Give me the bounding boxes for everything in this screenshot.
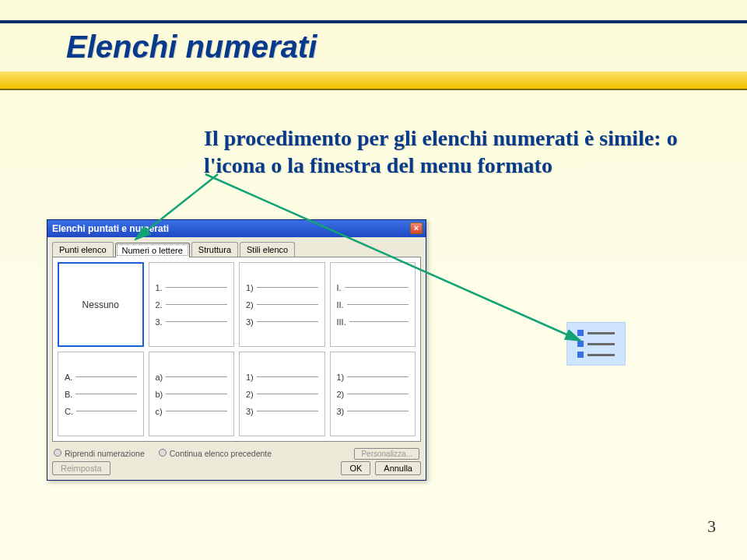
radio-restart[interactable]: Riprendi numerazione bbox=[54, 449, 145, 458]
num-label: II. bbox=[337, 300, 344, 310]
cancel-button[interactable]: Annulla bbox=[375, 461, 421, 475]
option-decimal-paren-c[interactable]: 1) 2) 3) bbox=[330, 352, 416, 436]
num-label: a) bbox=[156, 373, 163, 382]
num-label: 3) bbox=[246, 407, 254, 416]
radio-continue[interactable]: Continua elenco precedente bbox=[159, 449, 272, 458]
num-label: A. bbox=[65, 373, 72, 382]
dialog-button-row: Reimposta OK Annulla bbox=[52, 461, 421, 475]
num-label: 3) bbox=[246, 317, 254, 327]
tab-bullets[interactable]: Punti elenco bbox=[52, 242, 114, 257]
tab-list-styles[interactable]: Stili elenco bbox=[240, 242, 295, 257]
number-style-grid: Nessuno 1. 2. 3. 1) 2) 3) I. II. III. A.… bbox=[58, 262, 416, 436]
bullets-numbering-dialog: Elenchi puntati e numerati × Punti elenc… bbox=[47, 219, 426, 481]
slide-title: Elenchi numerati bbox=[66, 30, 317, 65]
tab-numbers[interactable]: Numeri o lettere bbox=[115, 243, 190, 257]
num-label: 3) bbox=[337, 407, 345, 416]
option-none[interactable]: Nessuno bbox=[58, 262, 144, 347]
num-label: 1. bbox=[156, 283, 163, 292]
dialog-titlebar[interactable]: Elenchi puntati e numerati × bbox=[47, 220, 426, 237]
slide-body: Il procedimento per gli elenchi numerati… bbox=[204, 124, 702, 179]
num-label: 2. bbox=[156, 300, 163, 310]
customize-button[interactable]: Personalizza... bbox=[354, 448, 419, 460]
dialog-options-row: Riprendi numerazione Continua elenco pre… bbox=[47, 445, 426, 462]
option-upper-alpha[interactable]: A. B. C. bbox=[58, 352, 144, 436]
close-icon[interactable]: × bbox=[410, 222, 423, 234]
num-label: III. bbox=[337, 317, 346, 327]
num-label: b) bbox=[156, 390, 163, 399]
reset-button[interactable]: Reimposta bbox=[52, 461, 110, 475]
rule-gold bbox=[0, 72, 747, 89]
num-label: 2) bbox=[337, 390, 345, 399]
num-label: c) bbox=[156, 407, 163, 416]
num-label: 1) bbox=[246, 283, 254, 292]
option-roman[interactable]: I. II. III. bbox=[330, 262, 416, 347]
option-decimal-period[interactable]: 1. 2. 3. bbox=[149, 262, 235, 347]
option-decimal-paren[interactable]: 1) 2) 3) bbox=[239, 262, 325, 347]
numbered-list-icon[interactable] bbox=[566, 322, 626, 366]
dialog-tabs: Punti elenco Numeri o lettere Struttura … bbox=[47, 237, 426, 257]
dialog-title: Elenchi puntati e numerati bbox=[52, 223, 169, 234]
num-label: 1) bbox=[246, 373, 254, 382]
num-label: 2) bbox=[246, 300, 254, 310]
tab-outline[interactable]: Struttura bbox=[191, 242, 238, 257]
option-decimal-paren-b[interactable]: 1) 2) 3) bbox=[239, 352, 325, 436]
page-number: 3 bbox=[707, 516, 716, 537]
dialog-panel: Nessuno 1. 2. 3. 1) 2) 3) I. II. III. A.… bbox=[52, 257, 421, 442]
rule-top-dark bbox=[0, 20, 747, 23]
num-label: 2) bbox=[246, 390, 254, 399]
num-label: 3. bbox=[156, 317, 163, 327]
num-label: I. bbox=[337, 283, 342, 292]
num-label: 1) bbox=[337, 373, 345, 382]
option-lower-alpha[interactable]: a) b) c) bbox=[149, 352, 235, 436]
num-label: B. bbox=[65, 390, 72, 399]
ok-button[interactable]: OK bbox=[341, 461, 370, 475]
num-label: C. bbox=[65, 407, 73, 416]
rule-gold-shadow bbox=[0, 89, 747, 90]
